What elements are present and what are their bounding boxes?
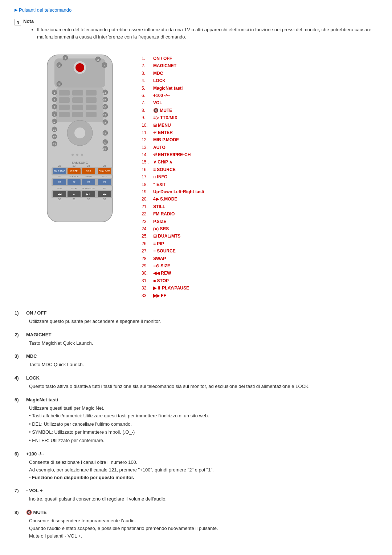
- legend-text: Up-Down Left-Right tasti: [153, 188, 204, 195]
- breadcrumb-link[interactable]: ▶ Pulsanti del telecomando: [15, 7, 377, 13]
- legend-num: 29.: [142, 262, 152, 270]
- list-item: SYMBOL: Utilizzato per immettere simboli…: [29, 429, 377, 436]
- legend-text: ■ STOP: [153, 277, 169, 284]
- legend-item-7: 7. VOL: [142, 99, 377, 106]
- svg-rect-20: [86, 97, 97, 103]
- section-7: 7) - VOL + Inoltre, questi pulsanti cons…: [15, 488, 377, 503]
- list-item: DEL: Utilizzato per cancellare l'ultimo …: [29, 421, 377, 428]
- section-1-title: ON / OFF: [26, 310, 46, 316]
- section-6-num: 6): [15, 451, 22, 457]
- legend-item-33: 33. ▶▶ FF: [142, 292, 377, 299]
- svg-text:28: 28: [87, 181, 90, 183]
- nota-label: Nota: [23, 19, 34, 24]
- legend-item-25: 25. ⊞ DUAL/MTS: [142, 232, 377, 240]
- svg-text:■: ■: [73, 193, 75, 195]
- section-4-title: LOCK: [26, 375, 40, 381]
- section-8: 8) 🔇 MUTE Consente di sospendere tempora…: [15, 510, 377, 540]
- section-5: 5) MagicNet tasti Utilizzare questi tast…: [15, 397, 377, 445]
- svg-rect-18: [59, 97, 70, 103]
- legend-text: ▶▶ FF: [153, 292, 166, 299]
- section-list: 1) ON / OFF Utilizzare questo pulsante p…: [15, 310, 377, 540]
- svg-text:33: 33: [103, 198, 106, 200]
- section-6-text3: - Funzione non disponibile per questo mo…: [29, 474, 377, 482]
- legend-text: 🔇 MUTE: [153, 107, 172, 114]
- svg-text:8: 8: [54, 106, 56, 109]
- legend-num: 18.: [142, 181, 152, 188]
- legend-section: 1. ON / OFF 2. MAGICNET 3. MDC 4. LOCK 5…: [142, 51, 377, 299]
- svg-text:PLAY/PAUSE: PLAY/PAUSE: [82, 187, 95, 190]
- legend-text: FM RADIO: [153, 210, 175, 218]
- legend-item-29: 29. ≡⊙ SIZE: [142, 262, 377, 270]
- svg-text:1: 1: [65, 57, 66, 60]
- legend-text: " EXIT: [153, 181, 166, 188]
- svg-text:FM RADIO: FM RADIO: [54, 170, 65, 173]
- section-5-title: MagicNet tasti: [26, 397, 58, 402]
- section-6-body: Consente di selezionare i canali oltre i…: [29, 459, 377, 481]
- svg-rect-23: [86, 105, 97, 110]
- svg-text:6: 6: [54, 91, 56, 94]
- list-item: ENTER: Utilizzato per confermare.: [29, 437, 377, 445]
- legend-num: 28.: [142, 255, 152, 262]
- legend-item-23: 23. P.SIZE: [142, 218, 377, 225]
- svg-text:31: 31: [73, 198, 75, 200]
- legend-text: ∨ CH/P ∧: [153, 158, 172, 166]
- breadcrumb: ▶ Pulsanti del telecomando: [15, 7, 377, 13]
- svg-point-61: [72, 154, 74, 156]
- section-6-text2: Ad esempio, per selezionare il canale 12…: [29, 466, 377, 474]
- legend-num: 4.: [142, 77, 152, 84]
- legend-item-19: 19. Up-Down Left-Right tasti: [142, 188, 377, 195]
- legend-item-12: 12. M/B P.MODE: [142, 136, 377, 143]
- legend-item-28: 28. SWAP: [142, 255, 377, 262]
- section-2-header: 2) MAGICNET: [15, 332, 377, 337]
- legend-text: M/B P.MODE: [153, 136, 179, 143]
- nota-icon: N: [15, 19, 21, 25]
- legend-num: 20.: [142, 195, 152, 203]
- legend-text: ON / OFF: [153, 55, 172, 62]
- svg-text:14: 14: [103, 92, 106, 94]
- svg-text:20: 20: [103, 141, 106, 144]
- legend-text: ↵ ENTER: [153, 129, 173, 136]
- svg-text:29: 29: [103, 181, 106, 183]
- legend-item-26: 26. ≡ PIP: [142, 240, 377, 247]
- svg-text:SOURCE: SOURCE: [69, 175, 79, 178]
- legend-num: 7.: [142, 99, 152, 106]
- section-5-num: 5): [15, 397, 22, 402]
- section-8-text1: Consente di sospendere temporaneamente l…: [29, 517, 377, 525]
- svg-text:3: 3: [97, 58, 99, 61]
- legend-num: 27.: [142, 247, 152, 255]
- legend-num: 14.: [142, 151, 152, 158]
- legend-item-14: 14. ⏎ ENTER/PRE-CH: [142, 151, 377, 158]
- legend-num: 11.: [142, 129, 152, 136]
- section-2-num: 2): [15, 332, 22, 337]
- nota-item: Il funzionamento del telecomando potrebb…: [37, 26, 377, 40]
- section-7-header: 7) - VOL +: [15, 488, 377, 493]
- section-4-num: 4): [15, 375, 22, 381]
- svg-text:27: 27: [73, 181, 75, 183]
- section-4: 4) LOCK Questo tasto attiva o disattiva …: [15, 375, 377, 390]
- section-4-header: 4) LOCK: [15, 375, 377, 381]
- section-5-list: Tasti alfabetici/numerici: Utilizzare qu…: [29, 412, 377, 445]
- legend-item-10: 10. ⊞ MENU: [142, 122, 377, 129]
- section-7-num: 7): [15, 488, 22, 493]
- svg-text:17: 17: [103, 114, 106, 117]
- svg-point-11: [75, 63, 84, 72]
- svg-text:21: 21: [103, 148, 106, 150]
- svg-text:12: 12: [53, 136, 56, 138]
- legend-num: 5.: [142, 85, 152, 92]
- svg-text:18: 18: [103, 121, 106, 124]
- legend-num: 23.: [142, 218, 152, 225]
- svg-rect-15: [59, 90, 70, 96]
- legend-item-30: 30. ◀◀ REW: [142, 270, 377, 277]
- legend-text: STILL: [153, 203, 165, 210]
- legend-item-1: 1. ON / OFF: [142, 55, 377, 62]
- legend-text: (●) SRS: [153, 225, 169, 232]
- section-8-num: 8): [15, 510, 22, 515]
- section-3-header: 3) MDC: [15, 353, 377, 359]
- legend-num: 1.: [142, 55, 152, 62]
- legend-num: 33.: [142, 292, 152, 299]
- section-2: 2) MAGICNET Tasto MagicNet Quick Launch.: [15, 332, 377, 347]
- legend-item-16: 16. ≡ SOURCE: [142, 166, 377, 173]
- legend-text: AUTO: [153, 144, 166, 151]
- legend-item-32: 32. ▶⏸ PLAY/PAUSE: [142, 284, 377, 292]
- svg-text:30: 30: [58, 198, 61, 200]
